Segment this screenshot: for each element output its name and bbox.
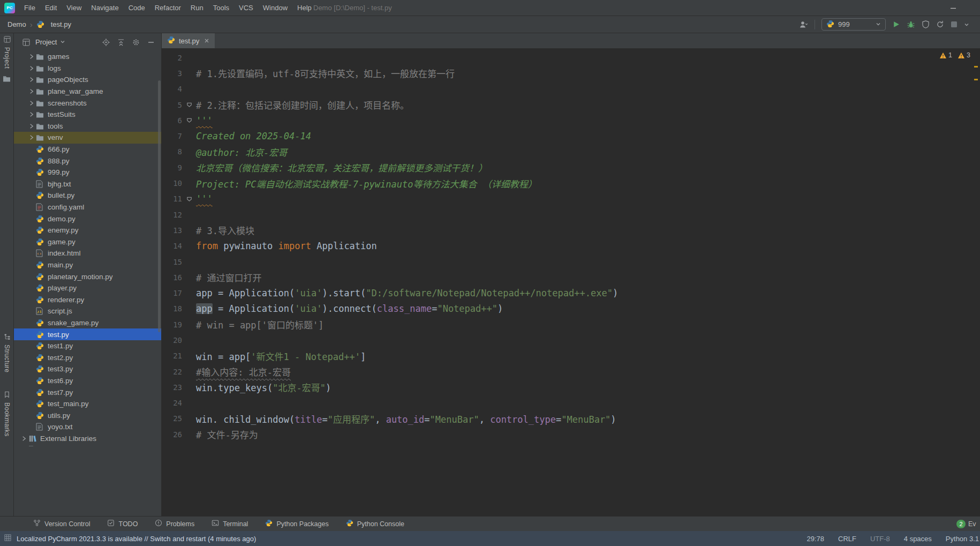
menu-view[interactable]: View: [62, 0, 86, 16]
fold-marker-icon[interactable]: [182, 196, 196, 202]
project-panel-title[interactable]: Project: [35, 38, 57, 46]
code-line-23[interactable]: 23win.type_keys("北京-宏哥"): [162, 379, 980, 395]
close-icon[interactable]: [204, 38, 209, 43]
tree-item-test7-py[interactable]: test7.py: [14, 386, 161, 398]
warning-count[interactable]: 1: [939, 51, 952, 59]
tool-button-bookmarks[interactable]: Bookmarks: [0, 391, 14, 437]
fold-marker-icon[interactable]: [182, 117, 196, 123]
event-log-button[interactable]: 2Ev: [956, 520, 980, 528]
tool-button-structure[interactable]: Structure: [0, 333, 14, 372]
warning-stripe-mark[interactable]: [974, 66, 978, 68]
warning-stripe-mark[interactable]: [974, 79, 978, 80]
profiler-button[interactable]: [936, 20, 944, 28]
menu-tools[interactable]: Tools: [208, 0, 234, 16]
tree-item-bjhg-txt[interactable]: bjhg.txt: [14, 178, 161, 190]
status-4-spaces[interactable]: 4 spaces: [904, 535, 932, 543]
chevron-right-icon[interactable]: [27, 88, 36, 94]
code-line-8[interactable]: 8@author: 北京-宏哥: [162, 144, 980, 160]
code-line-24[interactable]: 24: [162, 395, 980, 411]
code-line-19[interactable]: 19# win = app['窗口的标题']: [162, 317, 980, 332]
stop-button[interactable]: [951, 21, 958, 28]
tool-window-button-terminal[interactable]: Terminal: [212, 519, 248, 528]
tree-item-planetary-motion-py[interactable]: planetary_motion.py: [14, 271, 161, 282]
breadcrumb-file[interactable]: test.py: [51, 20, 71, 28]
code-line-11[interactable]: 11''': [162, 191, 980, 207]
code-line-12[interactable]: 12: [162, 207, 980, 222]
breadcrumb-project[interactable]: Demo: [7, 20, 26, 28]
code-editor[interactable]: 23# 1.先设置编码，utf-8可支持中英文，如上，一般放在第一行45# 2.…: [162, 49, 980, 516]
code-line-25[interactable]: 25win. child_window(title="应用程序", auto_i…: [162, 411, 980, 427]
code-line-6[interactable]: 6''': [162, 113, 980, 128]
warning-count[interactable]: 3: [958, 51, 970, 59]
code-line-18[interactable]: 18app = Application('uia').connect(class…: [162, 301, 980, 317]
tree-item-pageobjects[interactable]: pageObjects: [14, 74, 161, 86]
chevron-right-icon[interactable]: [27, 100, 36, 106]
fold-marker-icon[interactable]: [182, 102, 196, 108]
tool-window-button-python-packages[interactable]: Python Packages: [265, 519, 328, 528]
code-line-21[interactable]: 21win = app['新文件1 - Notepad++']: [162, 348, 980, 364]
folder-icon[interactable]: [3, 75, 11, 84]
menu-navigate[interactable]: Navigate: [86, 0, 123, 16]
tree-item-renderer-py[interactable]: renderer.py: [14, 294, 161, 305]
tree-item-games[interactable]: games: [14, 51, 161, 63]
status-29-78[interactable]: 29:78: [806, 535, 824, 543]
tree-item-test-main-py[interactable]: test_main.py: [14, 398, 161, 410]
tree-item-scratches-and-consoles[interactable]: Scratches and Consoles: [14, 444, 161, 446]
tree-item-player-py[interactable]: player.py: [14, 282, 161, 294]
tool-window-button-python-console[interactable]: Python Console: [346, 519, 404, 528]
code-line-4[interactable]: 4: [162, 81, 980, 97]
status-utf-8[interactable]: UTF-8: [870, 535, 890, 543]
chevron-right-icon[interactable]: [27, 54, 36, 59]
tree-item-test2-py[interactable]: test2.py: [14, 351, 161, 363]
tool-window-button-version-control[interactable]: Version Control: [33, 519, 90, 528]
tree-item-yoyo-txt[interactable]: yoyo.txt: [14, 421, 161, 433]
tree-item-888-py[interactable]: 888.py: [14, 155, 161, 167]
code-line-20[interactable]: 20: [162, 332, 980, 348]
tree-item-demo-py[interactable]: demo.py: [14, 213, 161, 225]
code-line-14[interactable]: 14from pywinauto import Application: [162, 238, 980, 254]
code-line-26[interactable]: 26# 文件-另存为: [162, 427, 980, 442]
menu-vcs[interactable]: VCS: [234, 0, 258, 16]
tree-item-logs[interactable]: logs: [14, 63, 161, 74]
chevron-right-icon[interactable]: [27, 111, 36, 117]
tree-item-snake-game-py[interactable]: snake_game.py: [14, 317, 161, 329]
tab-test-py[interactable]: test.py: [162, 33, 215, 48]
tool-window-button-todo[interactable]: TODO: [107, 519, 138, 528]
code-line-7[interactable]: 7Created on 2025-04-14: [162, 128, 980, 144]
tool-button-project[interactable]: Project: [0, 36, 14, 69]
code-line-5[interactable]: 5# 2.注释：包括记录创建时间，创建人，项目名称。: [162, 97, 980, 113]
tree-item-venv[interactable]: venv: [14, 132, 161, 144]
menu-file[interactable]: File: [19, 0, 40, 16]
code-line-10[interactable]: 10Project: PC端自动化测试实战教程-7-pywinauto等待方法大…: [162, 175, 980, 191]
menu-code[interactable]: Code: [124, 0, 150, 16]
user-icon[interactable]: [799, 20, 808, 29]
settings-icon[interactable]: [130, 36, 142, 48]
status-crlf[interactable]: CRLF: [838, 535, 856, 543]
hide-panel-button[interactable]: [145, 36, 157, 48]
code-line-13[interactable]: 13# 3.导入模块: [162, 222, 980, 238]
chevron-right-icon[interactable]: [27, 123, 36, 129]
debug-button[interactable]: [907, 20, 915, 29]
code-line-22[interactable]: 22#输入内容: 北京-宏哥: [162, 364, 980, 379]
tool-window-button-problems[interactable]: Problems: [155, 519, 194, 528]
code-line-3[interactable]: 3# 1.先设置编码，utf-8可支持中英文，如上，一般放在第一行: [162, 65, 980, 81]
locate-file-button[interactable]: [100, 36, 112, 48]
tree-item-screenshots[interactable]: screenshots: [14, 97, 161, 109]
tree-item-test-py[interactable]: test.py: [14, 328, 161, 340]
tree-item-test6-py[interactable]: test6.py: [14, 375, 161, 387]
status-python-3-1[interactable]: Python 3.1: [946, 535, 979, 543]
tree-item-testsuits[interactable]: testSuits: [14, 109, 161, 121]
coverage-button[interactable]: [922, 20, 930, 28]
tree-item-test3-py[interactable]: test3.py: [14, 363, 161, 375]
code-line-16[interactable]: 16# 通过窗口打开: [162, 270, 980, 285]
code-line-17[interactable]: 17app = Application('uia').start("D:/sof…: [162, 285, 980, 301]
tree-item-script-js[interactable]: script.js: [14, 305, 161, 317]
tree-item-utils-py[interactable]: utils.py: [14, 409, 161, 421]
code-line-2[interactable]: 2: [162, 50, 980, 65]
scrollbar[interactable]: [158, 80, 161, 332]
chevron-down-icon[interactable]: [60, 38, 65, 46]
tree-item-999-py[interactable]: 999.py: [14, 167, 161, 178]
menu-window[interactable]: Window: [258, 0, 292, 16]
collapse-all-button[interactable]: [115, 36, 127, 48]
menu-run[interactable]: Run: [186, 0, 208, 16]
